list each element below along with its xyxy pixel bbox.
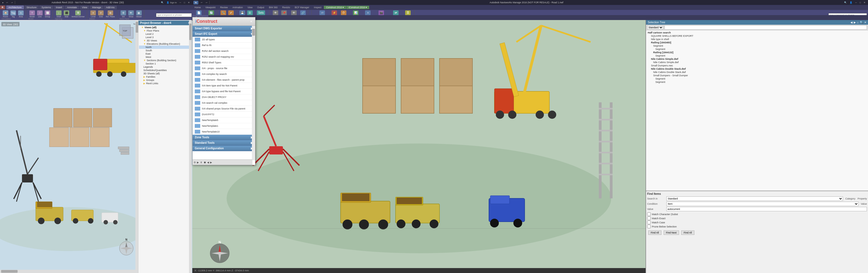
tree-legends[interactable]: Legends <box>139 65 191 69</box>
left-sidebar-scrollbar[interactable] <box>189 21 192 273</box>
find-cb-match-case[interactable]: Match Case <box>647 220 867 224</box>
sel-tree-home-btn[interactable]: ⌂ <box>857 21 859 24</box>
grid-btn[interactable]: #Grid <box>97 10 105 18</box>
bottom-icon-1[interactable]: ⚙ <box>194 161 196 164</box>
right-search-btn[interactable]: 🔍 <box>843 1 848 4</box>
rtab-review[interactable]: Review <box>218 6 230 9</box>
dormer-btn[interactable]: 🏚Vertical Dormer <box>70 10 86 18</box>
ifc-item-4[interactable]: R5h3 Shell Types <box>192 60 255 66</box>
find-next-btn[interactable]: Find Next <box>663 231 679 235</box>
find-value-input[interactable] <box>666 207 867 211</box>
tree-south[interactable]: South <box>139 49 191 52</box>
find-all-btn-2[interactable]: Find All <box>681 231 694 235</box>
sel-item-5[interactable]: Segment <box>647 47 867 51</box>
tab-insert[interactable]: Insert <box>54 5 65 9</box>
sel-item-4[interactable]: Segment <box>647 44 867 47</box>
maximize-btn[interactable]: □ <box>182 1 187 4</box>
viewer-btn[interactable]: ▦Viewer <box>135 10 143 18</box>
app-button[interactable]: R <box>0 5 5 9</box>
sel-tree-dropdown[interactable]: Standard <box>647 25 663 30</box>
wall-btn[interactable]: ⬛Wall <box>63 10 70 18</box>
sel-tree-fwd-btn[interactable]: ▶ <box>854 21 856 24</box>
find-cb-match-exact-input[interactable] <box>647 216 651 220</box>
right-maximize[interactable]: □ <box>858 1 862 4</box>
sel-item-8[interactable]: Nile Cabins Simple.dwf <box>647 57 867 61</box>
tab-view[interactable]: View <box>80 5 89 9</box>
tree-level3[interactable]: Level 3 <box>139 36 191 39</box>
rtab-construct[interactable]: Construct 2016 ▾ <box>324 6 346 9</box>
ref-plane-btn[interactable]: ⊞Ref. Plane <box>105 10 116 18</box>
left-search-input[interactable] <box>156 13 192 17</box>
area-btn[interactable]: AArea <box>17 10 25 18</box>
right-minimize[interactable]: ─ <box>854 1 858 4</box>
undo-btn[interactable]: ⤺ <box>5 1 10 4</box>
sel-tree-back-btn[interactable]: ◀ <box>850 21 852 24</box>
tree-north[interactable]: North <box>139 45 191 49</box>
ifc-item-1[interactable]: Ref to Ri <box>192 42 255 48</box>
sel-item-12[interactable]: Nile Cabins Double Stack.dwf <box>647 70 867 74</box>
sel-item-0[interactable]: Half cartoon search <box>647 31 867 34</box>
tree-revit-links[interactable]: ▶Revit Links <box>139 82 191 85</box>
tree-section1[interactable]: Section 1 <box>139 62 191 65</box>
ifc-item-3[interactable]: R2h2 search col mapping rev <box>192 54 255 60</box>
right-undo-btn[interactable]: ⤺ <box>199 1 204 4</box>
ifc-item-2[interactable]: R2h2 def section search <box>192 48 255 54</box>
zone-tools-section[interactable]: Zone Tools ▶ <box>192 135 255 140</box>
sel-item-10[interactable]: Small Dumpers.nwc <box>647 64 867 67</box>
ifc-item-12[interactable]: iV4 shared props Source File via parent <box>192 106 255 112</box>
ifc-item-7[interactable]: iV4 element - files search - parent prop <box>192 77 255 83</box>
ifc-item-8[interactable]: iV4 item type and No Not Parent <box>192 83 255 89</box>
find-condition-dropdown[interactable]: Item <box>666 202 859 206</box>
tree-views-all[interactable]: ▼Views (all) <box>139 26 191 29</box>
bottom-icon-2[interactable]: ▶ <box>197 161 199 164</box>
iconstruct-close-btn[interactable]: ✕ <box>250 20 252 23</box>
find-cb-prune[interactable]: Prune Below Selection <box>647 225 867 228</box>
general-config-section[interactable]: General Configuration ▶ <box>192 146 255 151</box>
rtab-iconstruct[interactable]: iConstruct 2016 ▾ <box>346 6 369 9</box>
rtab-viewpoint[interactable]: Viewpoint <box>203 6 218 9</box>
tree-east[interactable]: East <box>139 52 191 56</box>
sel-item-3[interactable]: Railing [1843483] <box>647 41 867 44</box>
ifc-item-11[interactable]: iV4 search val complex <box>192 100 255 106</box>
bottom-icon-4[interactable]: ⏹ <box>204 161 206 164</box>
iconstruct-scrollbar[interactable] <box>252 26 255 160</box>
app-menu-btn[interactable]: ▸ <box>1 1 5 4</box>
show-btn[interactable]: 👁Show <box>127 10 135 18</box>
level-btn[interactable]: ≡Level <box>89 10 97 18</box>
smart-dwg-section[interactable]: Smart DWG Exporter ▶ <box>192 26 255 31</box>
redo-btn[interactable]: ⤻ <box>10 1 14 4</box>
ifc-item-14[interactable]: NewTemplate5 <box>192 117 255 123</box>
ifc-item-15[interactable]: NewTemplate1 <box>192 123 255 129</box>
view-cube[interactable]: TOP <box>118 23 134 40</box>
ifc-item-6[interactable]: iV4 complex by search <box>192 71 255 77</box>
right-redo-btn[interactable]: ⤻ <box>204 1 209 4</box>
rtab-revizto[interactable]: Revizto <box>280 6 292 9</box>
sel-item-1[interactable]: SQUARE SHELLS BEFORE EXPORT <box>647 34 867 38</box>
sel-tree-search-btn[interactable]: 🔍 <box>860 21 863 24</box>
find-search-in-dropdown[interactable]: Standard <box>666 197 843 201</box>
tab-systems[interactable]: Systems <box>39 5 53 9</box>
rtab-inspect[interactable]: Inspect <box>312 6 324 9</box>
shaft-btn[interactable]: ↕Shaft <box>55 10 63 18</box>
room-tag-btn[interactable]: TagTag <box>9 10 17 18</box>
sel-item-6[interactable]: Railing [1844132] <box>647 51 867 54</box>
tab-annotate[interactable]: Annotate <box>65 5 79 9</box>
find-cb-match-char-input[interactable] <box>647 212 651 216</box>
find-cb-match-char[interactable]: Match Character (Subst <box>647 212 867 216</box>
tree-sections[interactable]: ▼Sections (Building Section) <box>139 59 191 62</box>
right-signin-btn[interactable]: 👤 <box>848 1 854 4</box>
model-group-btn[interactable]: ⬜Group <box>44 10 51 18</box>
close-btn[interactable]: ✕ <box>187 1 191 4</box>
tree-west[interactable]: West <box>139 56 191 59</box>
find-cb-match-case-input[interactable] <box>647 220 651 224</box>
bottom-icon-6[interactable]: ▶ <box>210 161 212 164</box>
sel-item-14[interactable]: Segment <box>647 77 867 80</box>
tab-structure[interactable]: Structure <box>25 5 39 9</box>
viewport-scrollbar-h[interactable] <box>0 270 139 273</box>
sign-in-btn[interactable]: 👤 Sign In <box>165 1 178 4</box>
find-all-btn-1[interactable]: Find All <box>648 231 661 235</box>
right-app-btn[interactable]: N <box>193 1 198 4</box>
set-btn[interactable]: ⚙Set <box>120 10 127 18</box>
rtab-home[interactable]: Home <box>192 6 203 9</box>
tree-schedules[interactable]: Schedules/Quantities <box>139 69 191 72</box>
